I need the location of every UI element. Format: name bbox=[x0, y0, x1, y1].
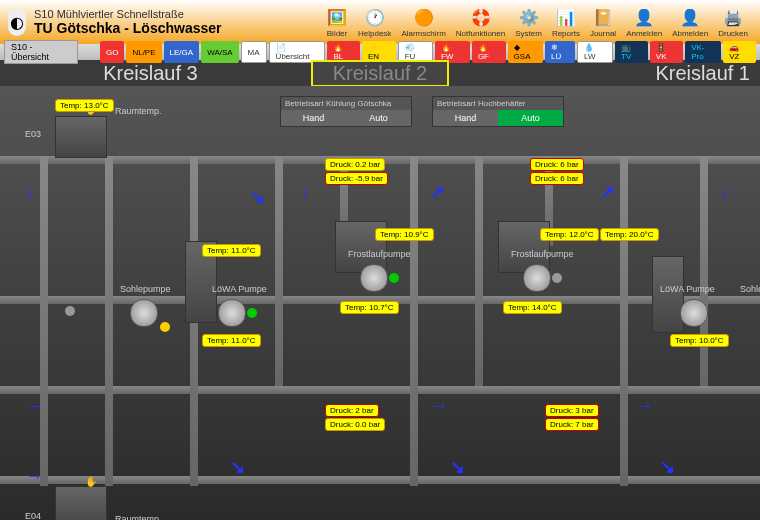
anmelden-icon: 👤 bbox=[633, 7, 655, 29]
toolbar: 🖼️Bilder🕐Helpdesk🟠Alarmschirm🛟Notfunktio… bbox=[322, 6, 752, 39]
navbar: S10 - Übersicht GONL/PELE/GAWA/SAMA📄 Übe… bbox=[0, 44, 760, 60]
flow-arrow: ↘ bbox=[450, 456, 465, 478]
flow-arrow: → bbox=[25, 396, 43, 417]
mode-title: Betriebsart Kühlung Götschka bbox=[281, 97, 411, 110]
label-pump: Sohlepumpe bbox=[120, 284, 171, 294]
pump-lowa-2[interactable] bbox=[680, 299, 708, 327]
tag-druck-err: Druck: -5.9 bar bbox=[330, 174, 383, 183]
mode-auto-button[interactable]: Auto bbox=[498, 110, 563, 126]
tag-druck: Druck: 0.0 bar bbox=[325, 418, 385, 431]
label-raumtemp: Raumtemp. bbox=[115, 106, 162, 116]
flow-arrow: ↓ bbox=[25, 182, 34, 203]
drucken-button[interactable]: 🖨️Drucken bbox=[714, 6, 752, 39]
title-line2: TU Götschka - Löschwasser bbox=[34, 20, 314, 36]
pipe bbox=[275, 156, 283, 386]
alarmschirm-button[interactable]: 🟠Alarmschirm bbox=[397, 6, 449, 39]
flow-arrow: ↗ bbox=[430, 181, 445, 203]
journal-button[interactable]: 📔Journal bbox=[586, 6, 620, 39]
nav-chip[interactable]: 🔥 GF bbox=[472, 41, 506, 63]
tag-druck: Druck: 0.2 bar bbox=[325, 158, 385, 171]
pipe bbox=[0, 476, 760, 484]
tag-temp: Temp: 12.0°C bbox=[540, 228, 599, 241]
pipe bbox=[410, 156, 418, 486]
tag-temp: Temp: 20.0°C bbox=[600, 228, 659, 241]
bilder-button[interactable]: 🖼️Bilder bbox=[322, 6, 352, 39]
tag-temp: Temp: 14.0°C bbox=[503, 301, 562, 314]
nav-chip[interactable]: GO bbox=[100, 41, 124, 63]
circuit-tabs: Kreislauf 3 Kreislauf 2 Kreislauf 1 bbox=[0, 60, 760, 86]
status-dot bbox=[160, 322, 170, 332]
tag-temp: Temp: 13.0°C bbox=[55, 99, 114, 112]
nav-chip[interactable]: ❄ LÜ bbox=[545, 41, 575, 63]
app-logo: ◐ bbox=[8, 8, 26, 36]
mode-hand-button[interactable]: Hand bbox=[433, 110, 498, 126]
pump-frost-1[interactable] bbox=[360, 264, 388, 292]
back-button[interactable]: S10 - Übersicht bbox=[4, 40, 78, 64]
header: ◐ S10 Mühlviertler Schnellstraße TU Göts… bbox=[0, 0, 760, 44]
nav-chip[interactable]: VK-Pro bbox=[685, 41, 721, 63]
pump-lowa-1[interactable] bbox=[218, 299, 246, 327]
nav-chip[interactable]: WA/SA bbox=[201, 41, 238, 63]
reports-button[interactable]: 📊Reports bbox=[548, 6, 584, 39]
tab-kreislauf2[interactable]: Kreislauf 2 bbox=[311, 60, 450, 87]
tab-kreislauf1[interactable]: Kreislauf 1 bbox=[469, 62, 750, 85]
pipe bbox=[40, 156, 48, 486]
helpdesk-button[interactable]: 🕐Helpdesk bbox=[354, 6, 395, 39]
tag-druck-err: Druck: 2 bar bbox=[330, 406, 374, 415]
nav-chip[interactable]: ◆ GSA bbox=[508, 41, 543, 63]
bilder-icon: 🖼️ bbox=[326, 7, 348, 29]
mode-selector: Betriebsart Hochbehälter Hand Auto bbox=[432, 96, 564, 127]
fan-E04 bbox=[55, 486, 107, 520]
nav-chip[interactable]: 🚦 VK bbox=[650, 41, 683, 63]
title-line1: S10 Mühlviertler Schnellstraße bbox=[34, 8, 314, 20]
nav-chip[interactable]: 💧 LW bbox=[577, 41, 613, 63]
nav-chip[interactable]: LE/GA bbox=[164, 41, 200, 63]
drucken-icon: 🖨️ bbox=[722, 7, 744, 29]
journal-icon: 📔 bbox=[592, 7, 614, 29]
piping-canvas: Betriebsart Kühlung Götschka Hand AutoBe… bbox=[0, 86, 760, 520]
pipe bbox=[105, 156, 113, 486]
flow-arrow: ↘ bbox=[660, 456, 675, 478]
heatexchanger bbox=[652, 256, 684, 333]
notfunktionen-icon: 🛟 bbox=[470, 7, 492, 29]
notfunktionen-button[interactable]: 🛟Notfunktionen bbox=[452, 6, 509, 39]
tag-druck-err: Druck: 6 bar bbox=[535, 174, 579, 183]
label-pump: Sohle bbox=[740, 284, 760, 294]
pump-frost-2[interactable] bbox=[523, 264, 551, 292]
tag-temp: Temp: 11.0°C bbox=[202, 334, 261, 347]
nav-chip[interactable]: 📺 TV bbox=[615, 41, 648, 63]
flow-arrow: → bbox=[25, 466, 43, 487]
reports-icon: 📊 bbox=[555, 7, 577, 29]
nav-chip[interactable]: MA bbox=[241, 41, 267, 63]
flow-arrow: ↗ bbox=[600, 181, 615, 203]
label-pump: LöWA Pumpe bbox=[660, 284, 715, 294]
tag-temp: Temp: 10.0°C bbox=[670, 334, 729, 347]
status-dot bbox=[247, 308, 257, 318]
tag-druck-err: Druck: 6 bar bbox=[535, 160, 579, 169]
tag-druck-err: Druck: 7 bar bbox=[550, 420, 594, 429]
alarmschirm-icon: 🟠 bbox=[413, 7, 435, 29]
label-pump: Frostlaufpumpe bbox=[348, 249, 411, 259]
system-button[interactable]: ⚙️System bbox=[511, 6, 546, 39]
tag-druck-err: Druck: 3 bar bbox=[550, 406, 594, 415]
status-dot bbox=[65, 306, 75, 316]
flow-arrow: ↘ bbox=[250, 186, 265, 208]
fan-E03 bbox=[55, 116, 107, 158]
pump-sohle[interactable] bbox=[130, 299, 158, 327]
abmelden-button[interactable]: 👤Abmelden bbox=[668, 6, 712, 39]
flow-arrow: ↓ bbox=[300, 182, 309, 203]
pipe bbox=[0, 386, 760, 394]
abmelden-icon: 👤 bbox=[679, 7, 701, 29]
nav-chip[interactable]: 🚗 VZ bbox=[723, 41, 756, 63]
nav-chip[interactable]: NL/PE bbox=[126, 41, 161, 63]
label-e04: E04 bbox=[25, 511, 41, 520]
flow-arrow: → bbox=[430, 396, 448, 417]
label-raumtemp: Raumtemp. bbox=[115, 514, 162, 520]
flow-arrow: ↘ bbox=[230, 456, 245, 478]
mode-title: Betriebsart Hochbehälter bbox=[433, 97, 563, 110]
tab-kreislauf3[interactable]: Kreislauf 3 bbox=[10, 62, 291, 85]
mode-auto-button[interactable]: Auto bbox=[346, 110, 411, 126]
mode-hand-button[interactable]: Hand bbox=[281, 110, 346, 126]
status-dot bbox=[552, 273, 562, 283]
anmelden-button[interactable]: 👤Anmelden bbox=[622, 6, 666, 39]
